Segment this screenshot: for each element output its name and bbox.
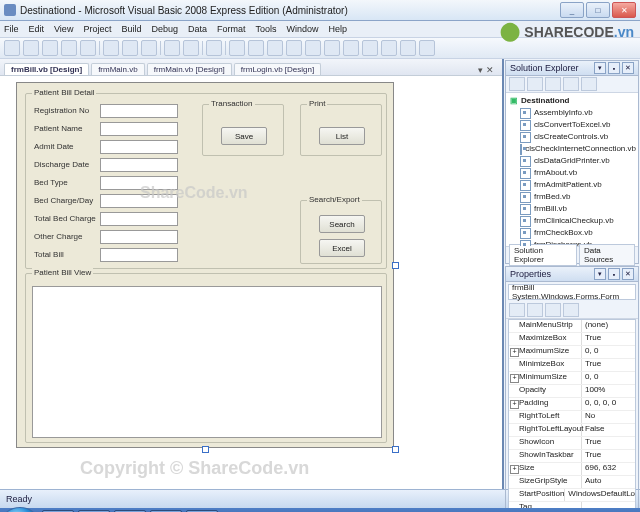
categorized-icon[interactable]: [509, 303, 525, 317]
menu-debug[interactable]: Debug: [151, 24, 178, 34]
save-button[interactable]: Save: [221, 127, 267, 145]
menu-format[interactable]: Format: [217, 24, 246, 34]
property-row[interactable]: MaximizeBoxTrue: [509, 333, 635, 346]
bill-view-grid[interactable]: [32, 286, 382, 438]
tb-icon[interactable]: [343, 40, 359, 56]
copy-icon[interactable]: [122, 40, 138, 56]
menu-edit[interactable]: Edit: [29, 24, 45, 34]
solution-tree[interactable]: ▣ DestinationdAssemblyInfo.vbclsConvertT…: [506, 93, 638, 246]
show-all-icon[interactable]: [527, 77, 543, 91]
tab-data-sources[interactable]: Data Sources: [579, 244, 635, 266]
tree-file[interactable]: clsDataGridPrinter.vb: [508, 155, 636, 167]
system-tray[interactable]: ▲ ▮ 🔊 2:38 CH13/10/16: [571, 508, 636, 512]
refresh-icon[interactable]: [545, 77, 561, 91]
tb-icon[interactable]: [324, 40, 340, 56]
property-row[interactable]: StartPositionWindowsDefaultLocat: [509, 489, 635, 502]
tb-icon[interactable]: [229, 40, 245, 56]
property-row[interactable]: MaximumSize+0, 0: [509, 346, 635, 359]
tree-file[interactable]: AssemblyInfo.vb: [508, 107, 636, 119]
search-button[interactable]: Search: [319, 215, 365, 233]
tab-close-icon[interactable]: ▾ ✕: [474, 65, 498, 75]
paste-icon[interactable]: [141, 40, 157, 56]
input-totbed[interactable]: [100, 212, 178, 226]
menu-window[interactable]: Window: [287, 24, 319, 34]
pin-icon[interactable]: ▪: [608, 62, 620, 74]
tree-file[interactable]: clsConvertToExcel.vb: [508, 119, 636, 131]
document-tab[interactable]: frmMain.vb [Design]: [147, 63, 232, 75]
excel-button[interactable]: Excel: [319, 239, 365, 257]
property-row[interactable]: RightToLeftLayoutFalse: [509, 424, 635, 437]
tab-solution-explorer[interactable]: Solution Explorer: [509, 244, 577, 266]
menu-data[interactable]: Data: [188, 24, 207, 34]
menu-build[interactable]: Build: [121, 24, 141, 34]
menu-file[interactable]: File: [4, 24, 19, 34]
document-tab[interactable]: frmLogin.vb [Design]: [234, 63, 321, 75]
property-row[interactable]: Padding+0, 0, 0, 0: [509, 398, 635, 411]
property-selector[interactable]: frmBill System.Windows.Forms.Form: [508, 284, 636, 300]
input-name[interactable]: [100, 122, 178, 136]
redo-icon[interactable]: [183, 40, 199, 56]
alphabetical-icon[interactable]: [527, 303, 543, 317]
tree-file[interactable]: clsCreateControls.vb: [508, 131, 636, 143]
pin-icon[interactable]: ▪: [608, 268, 620, 280]
tree-file[interactable]: frmBed.vb: [508, 191, 636, 203]
save-icon[interactable]: [61, 40, 77, 56]
view-code-icon[interactable]: [563, 77, 579, 91]
document-tab[interactable]: frmMain.vb: [91, 63, 145, 75]
resize-handle[interactable]: [392, 446, 399, 453]
maximize-button[interactable]: □: [586, 2, 610, 18]
form-frmbill[interactable]: Patient Bill Detail Registration No Pati…: [16, 82, 394, 448]
tb-icon[interactable]: [362, 40, 378, 56]
start-icon[interactable]: [206, 40, 222, 56]
close-button[interactable]: ✕: [612, 2, 636, 18]
property-row[interactable]: Opacity100%: [509, 385, 635, 398]
property-row[interactable]: Size+696, 632: [509, 463, 635, 476]
tb-icon[interactable]: [419, 40, 435, 56]
property-row[interactable]: MinimizeBoxTrue: [509, 359, 635, 372]
menu-project[interactable]: Project: [83, 24, 111, 34]
property-row[interactable]: RightToLeftNo: [509, 411, 635, 424]
property-row[interactable]: SizeGripStyleAuto: [509, 476, 635, 489]
property-row[interactable]: ShowIconTrue: [509, 437, 635, 450]
tb-icon[interactable]: [248, 40, 264, 56]
close-icon[interactable]: ✕: [622, 62, 634, 74]
list-button[interactable]: List: [319, 127, 365, 145]
tree-file[interactable]: frmAdmitPatient.vb: [508, 179, 636, 191]
menu-view[interactable]: View: [54, 24, 73, 34]
menu-tools[interactable]: Tools: [255, 24, 276, 34]
properties-icon[interactable]: [509, 77, 525, 91]
input-bedcd[interactable]: [100, 194, 178, 208]
events-icon[interactable]: [563, 303, 579, 317]
resize-handle[interactable]: [202, 446, 209, 453]
menu-help[interactable]: Help: [329, 24, 348, 34]
input-other[interactable]: [100, 230, 178, 244]
tree-file[interactable]: frmBill.vb: [508, 203, 636, 215]
tree-file[interactable]: frmClinicalCheckup.vb: [508, 215, 636, 227]
add-item-icon[interactable]: [23, 40, 39, 56]
tree-file[interactable]: frmCheckBox.vb: [508, 227, 636, 239]
cut-icon[interactable]: [103, 40, 119, 56]
tb-icon[interactable]: [381, 40, 397, 56]
input-admit[interactable]: [100, 140, 178, 154]
properties-icon[interactable]: [545, 303, 561, 317]
tb-icon[interactable]: [305, 40, 321, 56]
input-bedtype[interactable]: [100, 176, 178, 190]
input-total[interactable]: [100, 248, 178, 262]
dropdown-icon[interactable]: ▾: [594, 268, 606, 280]
tb-icon[interactable]: [400, 40, 416, 56]
start-button[interactable]: [2, 507, 38, 512]
property-grid[interactable]: MainMenuStrip(none)MaximizeBoxTrueMaximu…: [508, 319, 636, 512]
document-tab[interactable]: frmBill.vb [Design]: [4, 63, 89, 75]
view-designer-icon[interactable]: [581, 77, 597, 91]
input-reg[interactable]: [100, 104, 178, 118]
dropdown-icon[interactable]: ▾: [594, 62, 606, 74]
new-project-icon[interactable]: [4, 40, 20, 56]
minimize-button[interactable]: _: [560, 2, 584, 18]
property-row[interactable]: MinimumSize+0, 0: [509, 372, 635, 385]
input-disch[interactable]: [100, 158, 178, 172]
form-designer[interactable]: Patient Bill Detail Registration No Pati…: [0, 76, 502, 489]
property-row[interactable]: MainMenuStrip(none): [509, 320, 635, 333]
tb-icon[interactable]: [267, 40, 283, 56]
tree-file[interactable]: frmAbout.vb: [508, 167, 636, 179]
property-row[interactable]: ShowInTaskbarTrue: [509, 450, 635, 463]
